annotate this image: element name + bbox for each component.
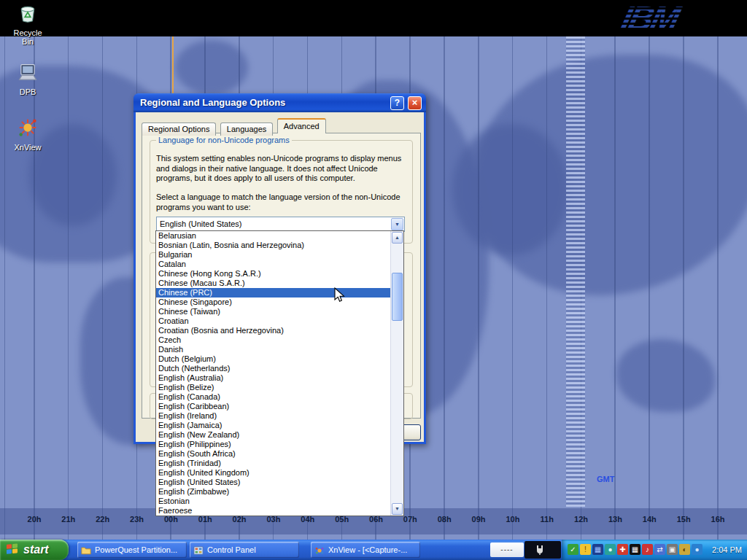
dropdown-item[interactable]: Chinese (Macau S.A.R.) (156, 279, 391, 288)
dropdown-item[interactable]: Faeroese (156, 506, 391, 516)
xnview-icon (17, 117, 39, 141)
dropdown-scrollbar[interactable]: ▲ ▼ (390, 231, 403, 516)
dropdown-item[interactable]: English (Jamaica) (156, 421, 391, 430)
timezone-label: 12h (570, 515, 593, 524)
dropdown-item[interactable]: Bosnian (Latin, Bosnia and Herzegovina) (156, 241, 391, 250)
tray-icon-5[interactable]: ✚ (617, 544, 628, 555)
recycle-bin-icon (18, 2, 37, 27)
dropdown-item[interactable]: Catalan (156, 260, 391, 269)
dialog-title: Regional and Language Options (140, 93, 285, 112)
dropdown-item[interactable]: English (New Zealand) (156, 430, 391, 440)
timezone-label: 08h (433, 515, 456, 524)
dropdown-item[interactable]: English (Belize) (156, 383, 391, 392)
task-label: PowerQuest Partition... (95, 545, 177, 554)
description-text-1: This system setting enables non-Unicode … (156, 154, 409, 184)
close-button[interactable]: × (408, 96, 422, 110)
dropdown-item[interactable]: Chinese (PRC) (156, 288, 391, 298)
scrollbar-up-arrow-icon[interactable]: ▲ (392, 232, 403, 244)
timezone-label: 21h (57, 515, 80, 524)
timezone-label: 11h (535, 515, 559, 524)
xnview-icon (314, 545, 325, 555)
dropdown-item[interactable]: English (Philippines) (156, 440, 391, 449)
description-text-2: Select a language to match the language … (156, 192, 409, 212)
dropdown-item[interactable]: Chinese (Taiwan) (156, 307, 391, 316)
help-button[interactable]: ? (390, 96, 404, 110)
start-button[interactable]: start (0, 540, 69, 560)
dropdown-item[interactable]: English (Zimbabwe) (156, 487, 391, 497)
tab-regional-options[interactable]: Regional Options (142, 122, 216, 136)
tray-icon-9[interactable]: ▣ (667, 544, 678, 555)
dropdown-item[interactable]: English (South Africa) (156, 449, 391, 459)
taskbar-task-powerquest[interactable]: PowerQuest Partition... (77, 542, 187, 558)
dropdown-item[interactable]: Chinese (Singapore) (156, 298, 391, 307)
taskbar-clock: 2:04 PM (712, 540, 742, 560)
dropdown-item[interactable]: English (Trinidad) (156, 459, 391, 468)
scrollbar-down-arrow-icon[interactable]: ▼ (392, 503, 403, 515)
dropdown-item[interactable]: Croatian (156, 316, 391, 326)
taskbar-task-control-panel[interactable]: Control Panel (190, 542, 299, 558)
taskbar-toolbar-button[interactable]: ---- (490, 542, 524, 557)
combobox-value: English (United States) (160, 217, 242, 231)
tray-icon-1[interactable]: ✓ (568, 544, 578, 555)
timezone-label: 15h (672, 515, 695, 524)
desktop-icon-label: XnView (7, 143, 48, 152)
timezone-label: 14h (638, 515, 661, 524)
dropdown-item[interactable]: Croatian (Bosnia and Herzegovina) (156, 326, 391, 335)
timezone-label: 16h (706, 515, 729, 524)
timezone-label: 20h (23, 515, 46, 524)
taskbar-task-xnview[interactable]: XnView - [<Capture-... (311, 542, 420, 558)
dropdown-item[interactable]: English (United States) (156, 478, 391, 487)
tab-languages[interactable]: Languages (220, 122, 273, 136)
tray-icons: ✓!▦●✚▦♪⇄▣◐● (568, 544, 703, 556)
folder-icon (81, 545, 91, 555)
combobox-dropdown-button[interactable]: ▼ (391, 218, 403, 230)
system-tray: ✓!▦●✚▦♪⇄▣◐● 2:04 PM (562, 540, 747, 560)
dropdown-item[interactable]: English (Caribbean) (156, 402, 391, 411)
dropdown-item[interactable]: Chinese (Hong Kong S.A.R.) (156, 269, 391, 279)
desktop-icon-dpb[interactable]: DPB (7, 63, 48, 96)
tab-advanced[interactable]: Advanced (277, 118, 326, 133)
language-dropdown-list: BelarusianBosnian (Latin, Bosnia and Her… (155, 230, 404, 516)
tray-icon-6[interactable]: ▦ (630, 544, 640, 555)
taskbar-dark-segment (525, 541, 561, 559)
tray-icon-2[interactable]: ! (580, 544, 591, 555)
windows-flag-icon (7, 543, 19, 556)
dropdown-item[interactable]: Belarusian (156, 231, 391, 241)
date-line-hatch-band (566, 36, 585, 507)
dropdown-item[interactable]: Dutch (Belgium) (156, 354, 391, 364)
dropdown-item[interactable]: English (Canada) (156, 392, 391, 402)
dropdown-item[interactable]: English (Australia) (156, 373, 391, 383)
start-label: start (23, 540, 49, 559)
laptop-icon (16, 63, 39, 86)
dropdown-items: BelarusianBosnian (Latin, Bosnia and Her… (156, 231, 391, 516)
language-combobox[interactable]: English (United States) ▼ (156, 217, 405, 232)
dropdown-item[interactable]: English (United Kingdom) (156, 468, 391, 478)
tray-icon-4[interactable]: ● (605, 544, 616, 555)
tray-icon-10[interactable]: ◐ (679, 544, 690, 555)
task-label: XnView - [<Capture-... (328, 545, 407, 554)
tray-icon-3[interactable]: ▦ (592, 544, 603, 555)
dropdown-item[interactable]: Dutch (Netherlands) (156, 364, 391, 373)
timezone-label: 10h (501, 515, 525, 524)
group-title: Language for non-Unicode programs (156, 136, 292, 144)
tray-icon-11[interactable]: ● (692, 544, 703, 555)
timezone-label: 09h (467, 515, 490, 524)
tray-icon-7[interactable]: ♪ (642, 544, 653, 555)
dialog-titlebar[interactable]: Regional and Language Options ? × (133, 93, 426, 112)
desktop-icon-xnview[interactable]: XnView (7, 117, 48, 152)
control-panel-icon (193, 545, 204, 555)
ibm-logo: IBM (617, 0, 681, 36)
desktop-icon-recycle-bin[interactable]: Recycle Bin (7, 2, 48, 46)
timezone-label: 13h (603, 515, 627, 524)
gmt-label: GMT (597, 475, 614, 483)
tray-icon-8[interactable]: ⇄ (654, 544, 665, 555)
plug-icon (534, 544, 546, 556)
taskbar: start PowerQuest Partition... Contro (0, 540, 747, 560)
dropdown-item[interactable]: Estonian (156, 497, 391, 506)
dropdown-item[interactable]: Danish (156, 345, 391, 354)
timezone-label: 23h (125, 515, 149, 524)
dropdown-item[interactable]: Bulgarian (156, 250, 391, 260)
scrollbar-thumb[interactable] (392, 273, 403, 321)
dropdown-item[interactable]: Czech (156, 335, 391, 345)
dropdown-item[interactable]: English (Ireland) (156, 411, 391, 421)
